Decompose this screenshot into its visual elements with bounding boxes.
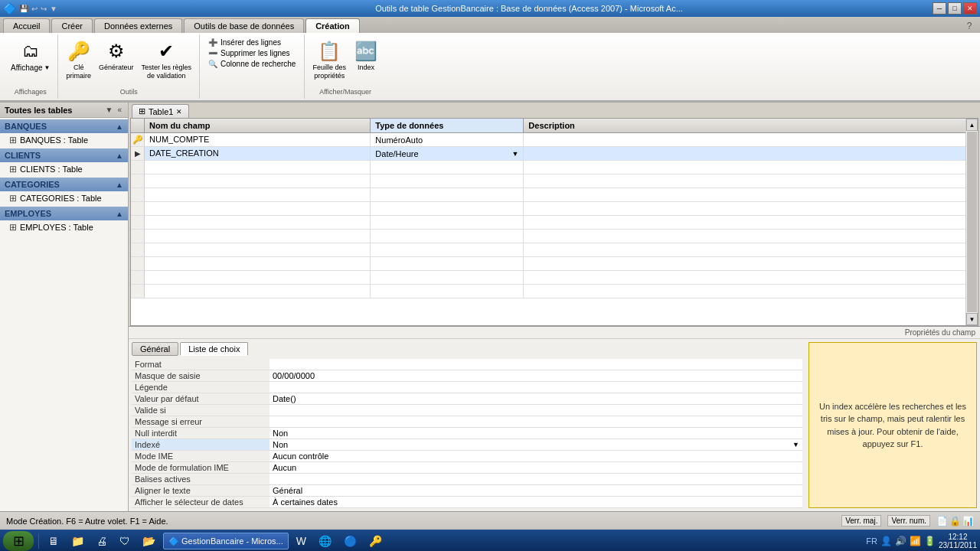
- prop-masque-input[interactable]: [273, 371, 799, 380]
- taskbar-active-app[interactable]: 🔷 GestionBancaire - Micros...: [163, 533, 289, 549]
- prop-mode-formulation-input[interactable]: [273, 463, 799, 472]
- tab-outils-base[interactable]: Outils de base de données: [184, 18, 304, 33]
- empty-type[interactable]: [371, 243, 524, 256]
- tab-accueil[interactable]: Accueil: [3, 18, 50, 33]
- empty-type[interactable]: [371, 161, 524, 174]
- row1-desc[interactable]: [524, 133, 965, 146]
- table1-tab[interactable]: ⊞ Table1 ✕: [132, 104, 189, 118]
- empty-desc[interactable]: [524, 174, 965, 187]
- taskbar-app-2[interactable]: 📁: [67, 533, 89, 549]
- tab-creer[interactable]: Créer: [51, 18, 93, 33]
- empty-desc[interactable]: [524, 216, 965, 229]
- quick-access-save[interactable]: 💾: [19, 5, 28, 13]
- empty-type[interactable]: [371, 202, 524, 215]
- colonne-recherche-button[interactable]: 🔍 Colonne de recherche: [206, 59, 298, 69]
- nav-filter-btn[interactable]: ▼: [104, 105, 115, 115]
- empty-desc[interactable]: [524, 271, 965, 284]
- start-button[interactable]: ⊞: [3, 531, 34, 551]
- prop-legende-value[interactable]: [270, 382, 802, 393]
- empty-type[interactable]: [371, 285, 524, 298]
- minimize-button[interactable]: ─: [933, 2, 946, 15]
- empty-desc[interactable]: [524, 230, 965, 243]
- table1-tab-close[interactable]: ✕: [176, 108, 182, 116]
- empty-desc[interactable]: [524, 188, 965, 201]
- quick-access-dropdown[interactable]: ▼: [50, 5, 57, 13]
- cle-primaire-button[interactable]: 🔑 Cléprimaire: [64, 37, 93, 82]
- empty-field[interactable]: [145, 243, 371, 256]
- taskbar-app-5[interactable]: 📂: [138, 533, 160, 549]
- clients-table-item[interactable]: ⊞ CLIENTS : Table: [0, 162, 128, 176]
- table-row[interactable]: ▶ DATE_CREATION Date/Heure ▼: [131, 147, 965, 161]
- empty-type[interactable]: [371, 216, 524, 229]
- affichage-button[interactable]: 🗂 Affichage ▼: [9, 37, 51, 73]
- empty-desc[interactable]: [524, 257, 965, 270]
- empty-type[interactable]: [371, 257, 524, 270]
- taskbar-app-chrome[interactable]: 🌐: [314, 533, 336, 549]
- table-row[interactable]: [131, 202, 965, 216]
- prop-mode-ime-input[interactable]: [273, 452, 799, 461]
- nav-collapse-btn[interactable]: «: [116, 105, 123, 115]
- scroll-down-btn[interactable]: ▼: [966, 313, 978, 325]
- empty-field[interactable]: [145, 257, 371, 270]
- prop-selecteur-input[interactable]: [273, 497, 799, 507]
- quick-access-undo[interactable]: ↩: [31, 5, 38, 13]
- maximize-button[interactable]: □: [948, 2, 962, 15]
- taskbar-app-security[interactable]: 🔑: [364, 533, 387, 549]
- empty-desc[interactable]: [524, 161, 965, 174]
- prop-aligner-input[interactable]: [273, 486, 799, 495]
- scroll-thumb[interactable]: [967, 132, 977, 312]
- taskbar-app-4[interactable]: 🛡: [115, 533, 135, 549]
- empty-field[interactable]: [145, 174, 371, 187]
- empty-field[interactable]: [145, 202, 371, 215]
- help-icon[interactable]: ?: [962, 19, 977, 33]
- props-tab-general[interactable]: Général: [132, 342, 178, 356]
- prop-legende-input[interactable]: [273, 383, 799, 392]
- prop-indexe-value[interactable]: ▼: [270, 439, 802, 450]
- nav-section-employes[interactable]: EMPLOYES ▲: [0, 207, 128, 220]
- taskbar-app-3[interactable]: 🖨: [92, 533, 112, 549]
- prop-balises-value[interactable]: [270, 474, 802, 484]
- quick-access-redo[interactable]: ↪: [41, 5, 47, 13]
- employes-table-item[interactable]: ⊞ EMPLOYES : Table: [0, 220, 128, 234]
- row1-field[interactable]: NUM_COMPTE: [145, 133, 371, 146]
- prop-null-interdit-input[interactable]: [273, 429, 799, 438]
- taskbar-app-firefox[interactable]: 🔵: [339, 533, 361, 549]
- prop-valeur-defaut-value[interactable]: [270, 393, 802, 404]
- table-row[interactable]: [131, 216, 965, 230]
- empty-desc[interactable]: [524, 243, 965, 256]
- nav-section-banques[interactable]: BANQUES ▲: [0, 119, 128, 133]
- empty-type[interactable]: [371, 271, 524, 284]
- indexe-dropdown-icon[interactable]: ▼: [792, 441, 799, 448]
- empty-field[interactable]: [145, 230, 371, 243]
- props-tab-liste-choix[interactable]: Liste de choix: [180, 342, 248, 356]
- prop-null-interdit-value[interactable]: [270, 428, 802, 439]
- prop-valide-si-value[interactable]: [270, 405, 802, 416]
- prop-mode-ime-value[interactable]: [270, 451, 802, 461]
- table-row[interactable]: [131, 257, 965, 271]
- generateur-button[interactable]: ⚙ Générateur: [97, 37, 136, 73]
- prop-valeur-defaut-input[interactable]: [273, 394, 799, 403]
- empty-type[interactable]: [371, 230, 524, 243]
- empty-desc[interactable]: [524, 285, 965, 298]
- categories-table-item[interactable]: ⊞ CATEGORIES : Table: [0, 191, 128, 205]
- table-row[interactable]: [131, 230, 965, 243]
- row2-dropdown-icon[interactable]: ▼: [511, 150, 518, 158]
- prop-balises-input[interactable]: [273, 474, 799, 484]
- empty-type[interactable]: [371, 188, 524, 201]
- empty-type[interactable]: [371, 174, 524, 187]
- nav-section-categories[interactable]: CATEGORIES ▲: [0, 178, 128, 191]
- empty-field[interactable]: [145, 285, 371, 298]
- index-button[interactable]: 🔤 Index: [352, 37, 380, 73]
- feuille-proprietes-button[interactable]: 📋 Feuille despropriétés: [311, 37, 348, 82]
- empty-field[interactable]: [145, 216, 371, 229]
- prop-selecteur-value[interactable]: [270, 497, 802, 507]
- tab-creation[interactable]: Création: [305, 18, 360, 33]
- taskbar-app-word[interactable]: W: [292, 533, 311, 549]
- prop-format-input[interactable]: [273, 360, 799, 369]
- empty-field[interactable]: [145, 161, 371, 174]
- tester-btn[interactable]: ✔ Tester les règlesde validation: [139, 37, 193, 82]
- table-row[interactable]: [131, 243, 965, 257]
- supprimer-lignes-button[interactable]: ➖ Supprimer les lignes: [206, 48, 298, 58]
- tab-donnees-externes[interactable]: Données externes: [94, 18, 182, 33]
- prop-valide-si-input[interactable]: [273, 406, 799, 415]
